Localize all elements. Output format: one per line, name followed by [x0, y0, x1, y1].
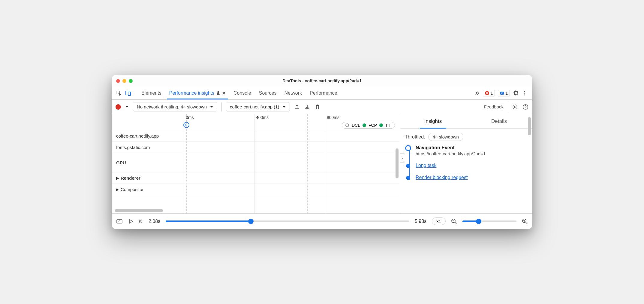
- dcl-icon: [345, 123, 349, 127]
- timeline-dot-icon: [406, 164, 410, 168]
- zoom-in-icon[interactable]: [522, 218, 528, 224]
- start-marker[interactable]: [183, 122, 189, 128]
- horizontal-scrollbar[interactable]: [115, 209, 163, 212]
- import-icon[interactable]: [304, 104, 310, 110]
- vertical-scrollbar[interactable]: [396, 148, 399, 178]
- error-badge[interactable]: 1: [483, 90, 495, 96]
- panel-settings-gear-icon[interactable]: [512, 104, 518, 110]
- metrics-legend[interactable]: DCL FCP TTI: [342, 122, 395, 129]
- divider: [508, 102, 508, 111]
- ruler-tick: 400ms: [256, 115, 269, 120]
- close-tab-icon[interactable]: [222, 91, 226, 95]
- zoom-slider[interactable]: [462, 220, 516, 222]
- side-tab-details[interactable]: Details: [466, 114, 532, 128]
- tab-label: Elements: [141, 90, 161, 96]
- playback-speed[interactable]: x1: [432, 217, 446, 225]
- timeline-link[interactable]: Long task: [416, 163, 436, 168]
- skip-back-button[interactable]: [138, 219, 143, 224]
- svg-point-6: [524, 93, 525, 93]
- tab-console[interactable]: Console: [233, 87, 252, 99]
- chevron-down-icon: [210, 105, 213, 109]
- window-controls: [116, 79, 133, 83]
- help-icon[interactable]: [522, 104, 528, 110]
- more-tabs-icon[interactable]: [474, 90, 480, 96]
- timeline-item[interactable]: Render blocking request: [416, 175, 527, 180]
- tab-sources[interactable]: Sources: [258, 87, 277, 99]
- filmstrip-toggle-icon[interactable]: [116, 218, 123, 225]
- playback-slider[interactable]: [166, 220, 409, 222]
- timeline-item[interactable]: Long task: [416, 163, 527, 168]
- throttle-pill[interactable]: 4× slowdown: [428, 133, 463, 141]
- minimize-window-button[interactable]: [122, 79, 126, 83]
- track-label: ▶ Compositor: [112, 184, 184, 194]
- zoom-out-icon[interactable]: [451, 218, 457, 224]
- side-tab-insights[interactable]: Insights: [400, 114, 466, 128]
- legend-label: FCP: [369, 123, 377, 128]
- panel-tabbar: Elements Performance insights Console So…: [112, 87, 532, 100]
- tab-elements[interactable]: Elements: [141, 87, 162, 99]
- track-label: fonts.gstatic.com: [112, 142, 184, 152]
- insights-timeline: Navigation Event https://coffee-cart.net…: [405, 145, 527, 180]
- playback-start-time: 2.08s: [149, 219, 160, 224]
- timeline-ruler[interactable]: 0ms 400ms 800ms DCL FCP TTI: [112, 114, 400, 130]
- settings-gear-icon[interactable]: [513, 90, 519, 96]
- slider-knob[interactable]: [476, 219, 481, 224]
- timeline-tracks: coffee-cart.netlify.app fonts.gstatic.co…: [112, 130, 400, 213]
- tab-list: Elements Performance insights Console So…: [135, 87, 473, 99]
- delete-icon[interactable]: [314, 104, 320, 110]
- recording-select[interactable]: coffee-cart.netlify.app (1): [226, 102, 290, 111]
- fcp-dot-icon: [363, 123, 366, 127]
- issues-badge[interactable]: 1: [498, 90, 510, 96]
- timeline-pane: 0ms 400ms 800ms DCL FCP TTI coffee-cart.: [112, 114, 400, 213]
- svg-point-10: [346, 124, 349, 127]
- slider-knob[interactable]: [248, 219, 254, 224]
- tab-label: Network: [284, 90, 302, 96]
- collapse-side-pane-button[interactable]: ›: [400, 153, 405, 163]
- network-track-row[interactable]: fonts.gstatic.com: [112, 142, 400, 153]
- svg-rect-4: [500, 92, 504, 95]
- record-button[interactable]: [116, 104, 121, 110]
- svg-rect-11: [117, 220, 122, 223]
- svg-rect-2: [128, 92, 131, 96]
- track-label: GPU: [112, 158, 184, 168]
- insights-body: Throttled: 4× slowdown Navigation Event …: [400, 129, 532, 213]
- kebab-menu-icon[interactable]: [522, 90, 527, 96]
- tab-label: Performance: [310, 90, 337, 96]
- track-label: ▶ Renderer: [112, 173, 184, 183]
- disclosure-triangle-icon[interactable]: ▶: [116, 187, 119, 192]
- timeline-url: https://coffee-cart.netlify.app/?ad=1: [416, 151, 527, 156]
- close-window-button[interactable]: [116, 79, 120, 83]
- tab-performance[interactable]: Performance: [309, 87, 338, 99]
- disclosure-triangle-icon[interactable]: ▶: [116, 176, 119, 180]
- flask-icon: [216, 91, 220, 95]
- renderer-track-row[interactable]: ▶ Renderer: [112, 172, 400, 184]
- maximize-window-button[interactable]: [129, 79, 133, 83]
- error-count: 1: [490, 91, 493, 96]
- inspect-element-icon[interactable]: [116, 90, 122, 96]
- throttle-summary: Throttled: 4× slowdown: [405, 133, 527, 141]
- export-icon[interactable]: [294, 104, 300, 110]
- tab-network[interactable]: Network: [284, 87, 302, 99]
- side-pane: › Insights Details Throttled: 4× slowdow…: [400, 114, 532, 213]
- playback-footer: 2.08s 5.93s x1: [112, 213, 532, 229]
- record-options-caret-icon[interactable]: [125, 105, 129, 109]
- timeline-link[interactable]: Render blocking request: [416, 175, 468, 180]
- track-label: coffee-cart.netlify.app: [112, 131, 184, 141]
- playback-end-time: 5.93s: [415, 219, 426, 224]
- insights-toolbar: No network throttling, 4× slowdown coffe…: [112, 100, 532, 114]
- device-toolbar-icon[interactable]: [125, 90, 131, 96]
- tab-performance-insights[interactable]: Performance insights: [169, 87, 226, 99]
- svg-point-12: [119, 221, 120, 222]
- svg-point-8: [514, 106, 516, 108]
- side-scrollbar[interactable]: [528, 117, 531, 135]
- play-button[interactable]: [128, 219, 134, 224]
- network-track-row[interactable]: coffee-cart.netlify.app: [112, 130, 400, 142]
- timeline-item-navigation[interactable]: Navigation Event https://coffee-cart.net…: [416, 145, 527, 156]
- feedback-link[interactable]: Feedback: [484, 104, 504, 109]
- throttling-select[interactable]: No network throttling, 4× slowdown: [133, 102, 217, 111]
- tti-dot-icon: [379, 123, 383, 127]
- compositor-track-row[interactable]: ▶ Compositor: [112, 184, 400, 195]
- main-content: 0ms 400ms 800ms DCL FCP TTI coffee-cart.: [112, 114, 532, 213]
- window-title: DevTools - coffee-cart.netlify.app/?ad=1: [112, 78, 532, 83]
- gpu-track-row[interactable]: GPU: [112, 153, 400, 172]
